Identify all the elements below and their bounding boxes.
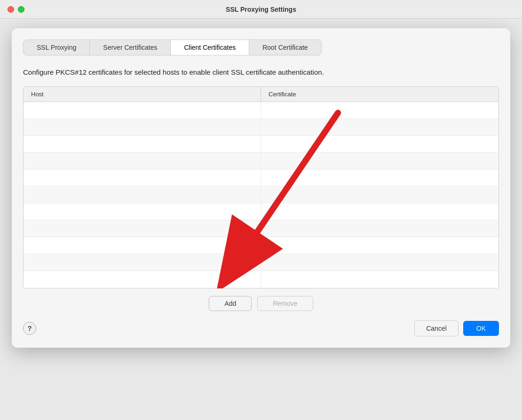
table-row	[24, 220, 498, 237]
table-row	[24, 102, 498, 119]
table-row	[24, 119, 498, 136]
ok-button[interactable]: OK	[463, 321, 499, 336]
table-actions: Add Remove	[23, 296, 499, 311]
add-button[interactable]: Add	[209, 296, 252, 311]
tab-server-certificates[interactable]: Server Certificates	[90, 40, 171, 55]
table-row	[24, 237, 498, 254]
table-row	[24, 170, 498, 187]
tab-bar: SSL Proxying Server Certificates Client …	[23, 39, 322, 55]
remove-button[interactable]: Remove	[257, 296, 313, 311]
tab-root-certificate[interactable]: Root Certificate	[249, 40, 321, 55]
column-host: Host	[24, 87, 261, 101]
window-title: SSL Proxying Settings	[226, 6, 296, 13]
certificates-table: Host Certificate	[23, 86, 499, 288]
table-row	[24, 136, 498, 153]
title-bar: SSL Proxying Settings	[0, 0, 522, 19]
window-controls	[8, 6, 24, 13]
table-row	[24, 187, 498, 203]
table-row	[24, 271, 498, 288]
description-text: Configure PKCS#12 certificates for selec…	[23, 67, 499, 78]
close-button[interactable]	[8, 6, 14, 13]
table-and-arrow: Host Certificate	[23, 86, 499, 288]
minimize-button[interactable]	[18, 6, 24, 13]
table-row	[24, 203, 498, 220]
cancel-button[interactable]: Cancel	[414, 320, 459, 336]
tab-ssl-proxying[interactable]: SSL Proxying	[24, 40, 90, 55]
table-row	[24, 254, 498, 271]
table-header: Host Certificate	[24, 87, 498, 102]
dialog-actions: Cancel OK	[414, 320, 499, 336]
bottom-bar: ? Cancel OK	[23, 320, 499, 336]
column-certificate: Certificate	[261, 87, 498, 101]
table-body	[24, 102, 498, 288]
tab-client-certificates[interactable]: Client Certificates	[171, 40, 249, 55]
dialog: SSL Proxying Server Certificates Client …	[12, 28, 510, 348]
table-row	[24, 153, 498, 170]
help-button[interactable]: ?	[23, 322, 36, 335]
